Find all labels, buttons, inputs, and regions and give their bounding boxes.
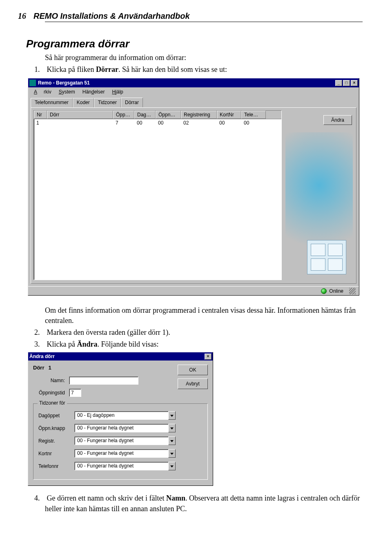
chevron-down-icon[interactable] <box>168 424 176 432</box>
namn-input[interactable] <box>69 376 138 385</box>
registr-label: Registr. <box>38 438 74 444</box>
dagoppet-label: Dagöppet <box>38 413 74 418</box>
cell-oppn: 00 <box>156 120 181 126</box>
tidzoner-group: Tidzoner för Dagöppet 00 - Ej dagöppen Ö… <box>33 403 208 480</box>
step-1-text-pre: Klicka på fliken <box>47 65 96 73</box>
step-1-text-post: . Så här kan den bild som visas se ut: <box>118 65 227 73</box>
status-led-icon <box>321 288 327 294</box>
oppnknapp-label: Öppn.knapp <box>38 425 74 431</box>
dagoppet-select[interactable]: 00 - Ej dagöppen <box>74 411 168 420</box>
andra-button[interactable]: Ändra <box>323 115 352 125</box>
dialog-close-button[interactable]: × <box>205 354 212 360</box>
combo-oppnknapp: Öppn.knapp 00 - Fungerar hela dygnet <box>38 424 203 432</box>
step-4-text-pre: Ge dörren ett namn och skriv det i fälte… <box>47 494 166 502</box>
intro-text: Så här programmerar du information om dö… <box>45 53 363 62</box>
maximize-button[interactable]: □ <box>343 80 350 86</box>
group-legend: Tidzoner för <box>38 400 67 406</box>
col-dag[interactable]: Dag… <box>134 111 156 119</box>
list-header: Nr Dörr Öpp… Dag… Öppn… Registrering Kor… <box>34 111 281 119</box>
cell-reg: 02 <box>181 120 217 126</box>
menu-arkiv[interactable]: Arkiv <box>31 89 55 95</box>
decorative-splash <box>285 132 353 279</box>
oppnknapp-select[interactable]: 00 - Fungerar hela dygnet <box>74 424 168 432</box>
tab-dorrar[interactable]: Dörrar <box>121 98 143 107</box>
page-number: 16 <box>18 11 26 21</box>
step-2-text: Markera den översta raden (gäller dörr 1… <box>47 328 170 336</box>
door-icon <box>307 240 346 274</box>
menu-handelser[interactable]: Händelser <box>79 89 108 95</box>
combo-dagoppet: Dagöppet 00 - Ej dagöppen <box>38 411 203 420</box>
svg-marker-2 <box>170 440 174 442</box>
ok-button[interactable]: OK <box>178 365 208 375</box>
edit-door-dialog: Ändra dörr × Dörr 1 Namn: Öppningsti <box>28 352 213 486</box>
step-3-button-name: Ändra <box>77 340 97 348</box>
step-number: 1. <box>34 65 45 74</box>
minimize-button[interactable]: _ <box>335 80 342 86</box>
cell-opp: 7 <box>113 120 134 126</box>
window-title: Remo - Bergsgatan 51 <box>38 80 90 86</box>
telefonnr-select[interactable]: 00 - Fungerar hela dygnet <box>74 462 168 470</box>
step-number: 4. <box>34 493 45 503</box>
menu-system[interactable]: System <box>56 89 78 95</box>
step-number: 3. <box>34 340 45 349</box>
oppningstid-input[interactable]: 7 <box>69 389 81 397</box>
col-dorr[interactable]: Dörr <box>47 111 113 119</box>
dorr-label: Dörr <box>33 365 44 371</box>
cell-tele: 00 <box>241 120 266 126</box>
app-icon <box>29 80 36 86</box>
col-oppn[interactable]: Öppn… <box>156 111 181 119</box>
kortnr-label: Kortnr <box>38 451 74 456</box>
step-3-text-post: . Följande bild visas: <box>97 340 158 348</box>
svg-marker-1 <box>170 427 174 430</box>
tab-koder[interactable]: Koder <box>73 98 94 108</box>
chevron-down-icon[interactable] <box>168 449 176 458</box>
table-row[interactable]: 1 7 00 00 02 00 00 <box>34 119 281 127</box>
col-nr[interactable]: Nr <box>34 111 47 119</box>
menubar: Arkiv System Händelser Hjälp <box>28 87 359 96</box>
step-2: 2. Markera den översta raden (gäller dör… <box>45 328 363 337</box>
tab-tidzoner[interactable]: Tidzoner <box>94 98 121 108</box>
namn-label: Namn: <box>33 378 69 383</box>
tab-telefonnummer[interactable]: Telefonnummer <box>31 98 73 108</box>
chevron-down-icon[interactable] <box>168 411 176 420</box>
combo-kortnr: Kortnr 00 - Fungerar hela dygnet <box>38 449 203 458</box>
door-list[interactable]: Nr Dörr Öpp… Dag… Öppn… Registrering Kor… <box>33 110 282 280</box>
cell-nr: 1 <box>34 120 47 126</box>
step-3-text-pre: Klicka på <box>47 340 77 348</box>
dorr-number: 1 <box>48 365 51 371</box>
chevron-down-icon[interactable] <box>168 462 176 470</box>
combo-telefonnr: Telefonnr 00 - Fungerar hela dygnet <box>38 462 203 470</box>
col-opp[interactable]: Öpp… <box>113 111 134 119</box>
avbryt-button[interactable]: Avbryt <box>178 378 208 389</box>
svg-marker-4 <box>170 465 174 467</box>
status-text: Online <box>329 288 343 294</box>
dialog-titlebar[interactable]: Ändra dörr × <box>28 352 213 361</box>
app-window: Remo - Bergsgatan 51 _ □ × Arkiv System … <box>28 78 359 296</box>
chevron-down-icon[interactable] <box>168 436 176 445</box>
explain-text: Om det finns information om dörrar progr… <box>45 305 363 326</box>
document-title: REMO Installations & Användarhandbok <box>33 11 190 21</box>
svg-marker-3 <box>170 453 174 455</box>
telefonnr-label: Telefonnr <box>38 463 74 469</box>
registr-select[interactable]: 00 - Fungerar hela dygnet <box>74 436 168 445</box>
step-4-field-name: Namn <box>166 494 185 502</box>
menu-hjalp[interactable]: Hjälp <box>109 89 126 95</box>
step-1: 1. Klicka på fliken Dörrar. Så här kan d… <box>45 65 363 74</box>
col-reg[interactable]: Registrering <box>181 111 217 119</box>
svg-marker-0 <box>170 415 174 417</box>
step-1-tab-name: Dörrar <box>96 65 118 73</box>
col-kort[interactable]: KortNr <box>217 111 241 119</box>
oppningstid-label: Öppningstid <box>33 390 69 396</box>
tabstrip: Telefonnummer Koder Tidzoner Dörrar <box>28 96 359 107</box>
step-4: 4. Ge dörren ett namn och skriv det i fä… <box>45 493 363 514</box>
titlebar[interactable]: Remo - Bergsgatan 51 _ □ × <box>28 78 359 87</box>
tab-panel: Nr Dörr Öpp… Dag… Öppn… Registrering Kor… <box>31 107 356 284</box>
resize-grip-icon[interactable] <box>349 288 356 294</box>
statusbar: Online <box>28 286 359 295</box>
col-tele[interactable]: Tele… <box>241 111 266 119</box>
kortnr-select[interactable]: 00 - Fungerar hela dygnet <box>74 449 168 458</box>
cell-dorr <box>47 120 113 126</box>
cell-kort: 00 <box>217 120 241 126</box>
page-header: 16 REMO Installations & Användarhandbok <box>45 11 363 22</box>
close-button[interactable]: × <box>351 80 358 86</box>
